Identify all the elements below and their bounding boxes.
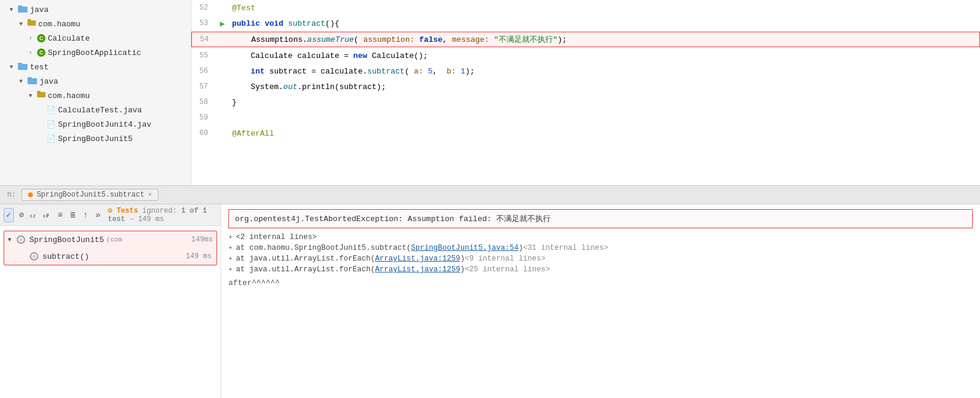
expand-icon-2[interactable]: + bbox=[228, 244, 233, 252]
expand-icon-4[interactable]: + bbox=[228, 266, 233, 273]
test-ignored-icon: ⊘ bbox=[16, 235, 26, 244]
stack-suffix-3: ) bbox=[460, 265, 465, 274]
sidebar-item-label: test bbox=[30, 63, 48, 72]
sidebar-item-label: java bbox=[30, 5, 48, 14]
test-class-suffix: (com bbox=[106, 236, 122, 243]
stack-line-2: + at java.util.ArrayList.forEach( ArrayL… bbox=[228, 255, 973, 263]
run-bar-prefix: n: bbox=[7, 191, 16, 199]
more-button[interactable]: » bbox=[93, 208, 103, 222]
ignored-circle-icon-2: ⊘ bbox=[30, 252, 38, 261]
code-editor: 52 @Test 53 ▶ public void subtract(){ 54… bbox=[191, 0, 980, 185]
svg-rect-3 bbox=[28, 19, 31, 21]
line-number: 58 bbox=[191, 98, 215, 106]
run-tab-springbootjunit5[interactable]: SpringBootJunit5.subtract × bbox=[22, 189, 158, 201]
stack-line-3: + at java.util.ArrayList.forEach( ArrayL… bbox=[228, 265, 973, 274]
svg-rect-7 bbox=[28, 77, 32, 79]
test-duration: 149ms bbox=[191, 235, 213, 244]
code-line-55: 55 Calculate calculate = new Calculate()… bbox=[191, 48, 980, 63]
duration: 149 ms bbox=[138, 215, 164, 224]
rerun-button[interactable]: ↑ bbox=[80, 208, 90, 222]
line-content: int subtract = calculate.subtract( a: 5,… bbox=[230, 67, 970, 76]
folder-icon bbox=[18, 62, 28, 72]
sidebar-item-label: java bbox=[39, 77, 58, 86]
java-file-icon: 📄 bbox=[47, 134, 56, 143]
line-number: 52 bbox=[191, 4, 215, 12]
sidebar-item-com-haomu-1[interactable]: ▼ com.haomu bbox=[0, 17, 191, 31]
ignored-circle-icon: ⊘ bbox=[17, 235, 25, 244]
sidebar-item-springbootjunit5[interactable]: › 📄 SpringBootJunit5 bbox=[0, 131, 191, 146]
code-line-59: 59 bbox=[191, 110, 980, 125]
stack-suffix-1: ) bbox=[518, 244, 523, 252]
code-line-57: 57 System.out.println(subtract); bbox=[191, 79, 980, 94]
test-method-ignored-icon: ⊘ bbox=[29, 252, 39, 261]
code-line-52: 52 @Test bbox=[191, 0, 980, 16]
test-toolbar: ✓ ⊘ ↕z ↕# ≡ ≣ ↑ » ⊘ Tests ignored: 1 of … bbox=[0, 204, 221, 226]
sidebar-item-com-haomu-2[interactable]: ▼ com.haomu bbox=[0, 88, 191, 103]
collapse-all-button[interactable]: ≣ bbox=[68, 208, 78, 222]
sort-dur-button[interactable]: ↕# bbox=[42, 208, 53, 222]
sidebar-item-springbootjunit4[interactable]: › 📄 SpringBootJunit4.jav bbox=[0, 117, 191, 131]
line-number: 53 bbox=[191, 19, 215, 27]
chevron-down-icon: ▼ bbox=[10, 7, 18, 13]
sidebar-item-label: SpringBootJunit4.jav bbox=[58, 120, 151, 129]
stack-link-3[interactable]: ArrayList.java:1259 bbox=[375, 265, 460, 274]
chevron-down-icon: ▼ bbox=[10, 64, 18, 71]
svg-rect-2 bbox=[28, 20, 36, 26]
folder-icon bbox=[18, 5, 28, 15]
test-node-springbootjunit5[interactable]: ▼ ⊘ SpringBootJunit5 (com 149ms bbox=[4, 231, 216, 248]
filter-ignored-button[interactable]: ⊘ bbox=[16, 208, 26, 222]
run-button[interactable]: ▶ bbox=[220, 19, 225, 29]
line-content: } bbox=[230, 98, 970, 107]
sidebar-item-label: SpringBootJunit5 bbox=[58, 134, 133, 143]
sidebar-item-calculatetest[interactable]: › 📄 CalculateTest.java bbox=[0, 103, 191, 117]
chevron-down-icon: ▼ bbox=[29, 93, 37, 99]
folder-icon bbox=[28, 76, 37, 87]
sidebar-item-test[interactable]: ▼ test bbox=[0, 60, 191, 74]
svg-rect-4 bbox=[18, 64, 28, 70]
stack-prefix-3: at java.util.ArrayList.forEach( bbox=[236, 265, 375, 274]
chevron-right-icon: › bbox=[29, 50, 37, 56]
stack-text-1: <2 internal lines> bbox=[236, 233, 317, 241]
svg-rect-6 bbox=[28, 78, 37, 84]
test-tree: ▼ ⊘ SpringBootJunit5 (com 149ms › ⊘ subt… bbox=[0, 226, 221, 398]
sidebar-item-springbootapp[interactable]: › C SpringBootApplicatic bbox=[0, 45, 191, 60]
tab-close-button[interactable]: × bbox=[148, 191, 152, 198]
filter-all-button[interactable]: ✓ bbox=[4, 208, 14, 222]
stack-link-1[interactable]: SpringBootJunit5.java:54 bbox=[411, 244, 518, 252]
chevron-down-icon: ▼ bbox=[19, 78, 28, 85]
test-class-name: SpringBootJunit5 bbox=[29, 235, 104, 244]
sort-alpha-button[interactable]: ↕z bbox=[29, 208, 39, 222]
java-class-icon: C bbox=[37, 34, 45, 42]
java-file-icon: 📄 bbox=[47, 106, 56, 115]
sidebar-item-label: SpringBootApplicatic bbox=[48, 48, 141, 57]
line-number: 56 bbox=[191, 67, 215, 75]
line-content: public void subtract(){ bbox=[230, 19, 970, 28]
svg-rect-1 bbox=[18, 5, 22, 7]
code-line-54: 54 Assumptions.assumeTrue( assumption: f… bbox=[191, 32, 980, 47]
dash: – bbox=[129, 215, 133, 224]
output-panel: org.opentest4j.TestAbortedException: Ass… bbox=[221, 204, 980, 398]
output-after-text: after^^^^^^ bbox=[228, 278, 973, 287]
svg-text:↕z: ↕z bbox=[29, 213, 36, 219]
stack-suffix-2: ) bbox=[460, 255, 465, 263]
sidebar-item-label: com.haomu bbox=[48, 91, 90, 100]
svg-rect-5 bbox=[18, 63, 22, 65]
sidebar-item-java[interactable]: ▼ java bbox=[0, 2, 191, 17]
line-content: @Test bbox=[230, 4, 970, 13]
java-file-icon: 📄 bbox=[47, 120, 56, 129]
test-node-subtract[interactable]: › ⊘ subtract() 149 ms bbox=[4, 248, 216, 265]
line-content: Calculate calculate = new Calculate(); bbox=[230, 51, 970, 60]
svg-rect-8 bbox=[37, 92, 45, 97]
sidebar-item-calculate[interactable]: › C Calculate bbox=[0, 31, 191, 45]
tab-label: SpringBootJunit5.subtract bbox=[36, 191, 144, 199]
line-number: 55 bbox=[191, 51, 215, 60]
run-bar: n: SpringBootJunit5.subtract × bbox=[0, 185, 980, 204]
expand-all-button[interactable]: ≡ bbox=[55, 208, 65, 222]
stack-link-2[interactable]: ArrayList.java:1259 bbox=[375, 255, 460, 263]
expand-icon-1[interactable]: + bbox=[228, 234, 233, 241]
code-line-58: 58 } bbox=[191, 94, 980, 110]
sidebar-item-java-test[interactable]: ▼ java bbox=[0, 74, 191, 88]
stack-internal-2: <9 internal lines> bbox=[465, 255, 545, 263]
expand-icon-3[interactable]: + bbox=[228, 255, 233, 262]
ignored-label: ignored: bbox=[142, 207, 177, 215]
